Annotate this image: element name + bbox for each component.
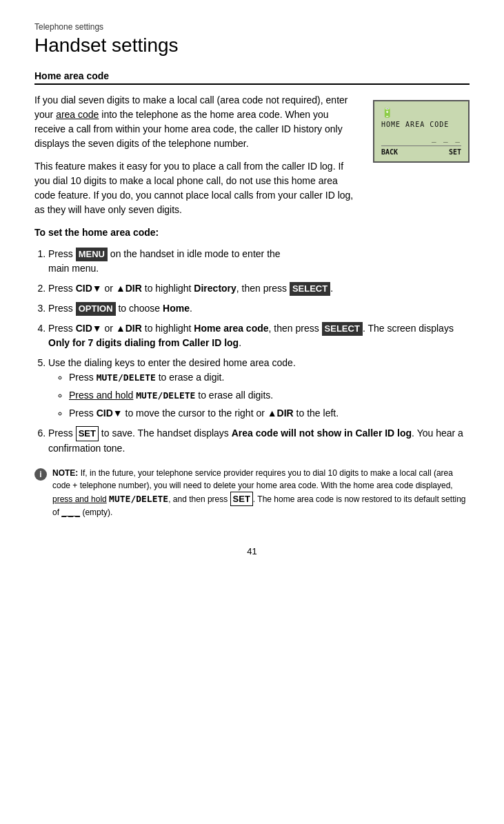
screen-label: HOME AREA CODE: [381, 121, 461, 128]
screen-value: _ _ _: [381, 134, 461, 143]
page-title: Handset settings: [34, 34, 470, 57]
bullet-3: Press CID▼ to move the cursor to the rig…: [69, 406, 470, 421]
option-key: OPTION: [76, 302, 116, 316]
menu-key: MENU: [76, 248, 108, 261]
screen-buttons: BACK SET: [381, 145, 461, 156]
set-key-note: SET: [230, 492, 253, 507]
step-1: Press MENU on the handset in idle mode t…: [48, 247, 470, 276]
note-label: NOTE:: [52, 468, 78, 478]
set-button-label: SET: [449, 148, 461, 156]
main-text: If you dial seven digits to make a local…: [34, 93, 359, 247]
back-button-label: BACK: [381, 148, 398, 156]
step-4: Press CID▼ or ▲DIR to highlight Home are…: [48, 321, 470, 350]
set-key: SET: [76, 426, 99, 441]
paragraph-1: If you dial seven digits to make a local…: [34, 93, 359, 151]
paragraph-2: This feature makes it easy for you to pl…: [34, 159, 359, 217]
step-5: Use the dialing keys to enter the desire…: [48, 356, 470, 421]
step-3: Press OPTION to choose Home.: [48, 301, 470, 316]
select-key-2: SELECT: [322, 322, 363, 336]
phone-screen-container: 🔋 HOME AREA CODE _ _ _ BACK SET: [373, 100, 470, 163]
instructions-header: To set the home area code:: [34, 225, 359, 240]
phone-icon: 🔋: [381, 107, 461, 118]
bullet-1: Press MUTE/DELETE to erase a digit.: [69, 370, 470, 385]
note-section: i NOTE: If, in the future, your telephon…: [34, 467, 470, 519]
steps-list: Press MENU on the handset in idle mode t…: [48, 247, 470, 456]
note-icon: i: [34, 468, 47, 481]
step-5-bullets: Press MUTE/DELETE to erase a digit. Pres…: [69, 370, 470, 421]
step-2: Press CID▼ or ▲DIR to highlight Director…: [48, 281, 470, 296]
step-6: Press SET to save. The handset displays …: [48, 426, 470, 456]
subtitle: Telephone settings: [34, 21, 470, 33]
note-text: NOTE: If, in the future, your telephone …: [52, 467, 470, 519]
select-key-1: SELECT: [290, 282, 330, 296]
bullet-2: Press and hold MUTE/DELETE to erase all …: [69, 388, 470, 403]
section-header: Home area code: [34, 70, 470, 85]
content-area: If you dial seven digits to make a local…: [34, 93, 470, 247]
phone-screen: 🔋 HOME AREA CODE _ _ _ BACK SET: [373, 100, 470, 163]
page-number: 41: [34, 546, 470, 556]
